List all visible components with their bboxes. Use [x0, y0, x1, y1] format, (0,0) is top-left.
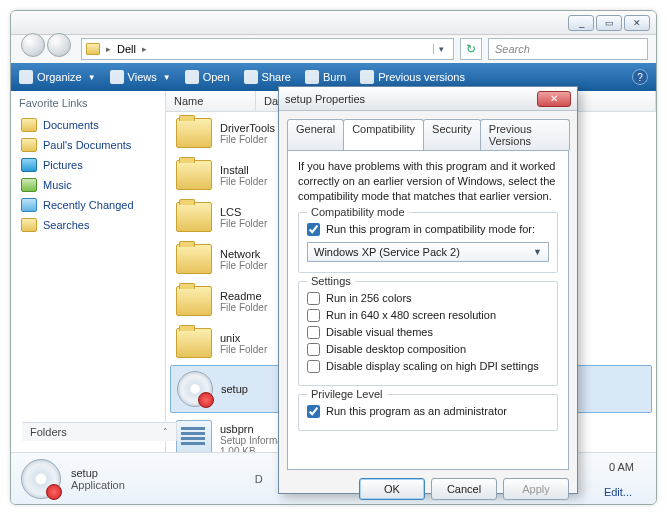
views-menu[interactable]: Views▼: [110, 70, 171, 84]
tab-general[interactable]: General: [287, 119, 344, 150]
details-name: setup: [71, 467, 125, 479]
music-icon: [21, 178, 37, 192]
apply-button[interactable]: Apply: [503, 478, 569, 500]
group-legend: Settings: [307, 275, 355, 287]
checkbox-input[interactable]: [307, 326, 320, 339]
burn-icon: [305, 70, 319, 84]
nav-buttons: [21, 33, 71, 57]
file-text: InstallFile Folder: [220, 164, 267, 187]
folder-icon: [176, 118, 212, 148]
setting-disable-composition[interactable]: Disable desktop composition: [307, 341, 549, 358]
checkbox-input[interactable]: [307, 360, 320, 373]
details-type: Application: [71, 479, 125, 491]
setting-256-colors[interactable]: Run in 256 colors: [307, 290, 549, 307]
column-name[interactable]: Name: [166, 91, 256, 111]
chevron-down-icon: ▼: [533, 247, 542, 257]
chevron-right-icon: ▸: [104, 44, 113, 54]
file-name: Readme: [220, 290, 267, 302]
checkbox-input[interactable]: [307, 343, 320, 356]
close-button[interactable]: ✕: [624, 15, 650, 31]
checkbox-input[interactable]: [307, 309, 320, 322]
organize-menu[interactable]: Organize▼: [19, 70, 96, 84]
run-as-admin-checkbox[interactable]: Run this program as an administrator: [307, 403, 549, 420]
breadcrumb-item[interactable]: Dell: [117, 43, 136, 55]
file-name: unix: [220, 332, 267, 344]
file-text: LCSFile Folder: [220, 206, 267, 229]
details-time: 0 AM: [609, 461, 634, 473]
organize-icon: [19, 70, 33, 84]
file-type: File Folder: [220, 176, 267, 187]
refresh-button[interactable]: ↻: [460, 38, 482, 60]
views-icon: [110, 70, 124, 84]
group-privilege: Privilege Level Run this program as an a…: [298, 394, 558, 431]
pictures-icon: [21, 158, 37, 172]
compat-intro: If you have problems with this program a…: [298, 159, 558, 204]
sidebar-item-searches[interactable]: Searches: [19, 215, 157, 235]
file-text: unixFile Folder: [220, 332, 267, 355]
file-type: File Folder: [220, 218, 267, 229]
tab-panel-compatibility: If you have problems with this program a…: [287, 150, 569, 470]
folder-icon: [21, 138, 37, 152]
tab-compatibility[interactable]: Compatibility: [343, 119, 424, 150]
sidebar-item-recently-changed[interactable]: Recently Changed: [19, 195, 157, 215]
folder-icon: [176, 160, 212, 190]
breadcrumb[interactable]: ▸ Dell ▸ ▾: [81, 38, 454, 60]
share-button[interactable]: Share: [244, 70, 291, 84]
dialog-title: setup Properties: [285, 93, 365, 105]
folder-icon: [176, 286, 212, 316]
sidebar-item-pictures[interactable]: Pictures: [19, 155, 157, 175]
minimize-button[interactable]: ⎯: [568, 15, 594, 31]
setting-640x480[interactable]: Run in 640 x 480 screen resolution: [307, 307, 549, 324]
file-type: File Folder: [220, 260, 267, 271]
maximize-button[interactable]: ▭: [596, 15, 622, 31]
file-text: setup: [221, 383, 248, 395]
sidebar-item-documents[interactable]: Documents: [19, 115, 157, 135]
properties-dialog: setup Properties ✕ General Compatibility…: [278, 86, 578, 494]
file-type: File Folder: [220, 344, 267, 355]
file-type: File Folder: [220, 134, 275, 145]
open-button[interactable]: Open: [185, 70, 230, 84]
group-compat-mode: Compatibility mode Run this program in c…: [298, 212, 558, 273]
group-legend: Compatibility mode: [307, 206, 409, 218]
sidebar-item-music[interactable]: Music: [19, 175, 157, 195]
file-name: Network: [220, 248, 267, 260]
file-text: DriverToolsFile Folder: [220, 122, 275, 145]
dialog-close-button[interactable]: ✕: [537, 91, 571, 107]
forward-button[interactable]: [47, 33, 71, 57]
tab-security[interactable]: Security: [423, 119, 481, 150]
cancel-button[interactable]: Cancel: [431, 478, 497, 500]
ok-button[interactable]: OK: [359, 478, 425, 500]
folders-pane-header[interactable]: Folders˄: [22, 422, 177, 441]
sidebar: Favorite Links Documents Paul's Document…: [11, 91, 166, 452]
share-icon: [244, 70, 258, 84]
tab-strip: General Compatibility Security Previous …: [279, 111, 577, 150]
group-legend: Privilege Level: [307, 388, 387, 400]
inf-file-icon: [176, 420, 212, 452]
titlebar: ⎯ ▭ ✕: [11, 11, 656, 35]
previous-versions-button[interactable]: Previous versions: [360, 70, 465, 84]
breadcrumb-dropdown[interactable]: ▾: [433, 44, 449, 54]
compat-mode-select[interactable]: Windows XP (Service Pack 2)▼: [307, 242, 549, 262]
checkbox-input[interactable]: [307, 405, 320, 418]
file-name: DriverTools: [220, 122, 275, 134]
checkbox-input[interactable]: [307, 223, 320, 236]
tab-previous-versions[interactable]: Previous Versions: [480, 119, 570, 150]
checkbox-input[interactable]: [307, 292, 320, 305]
search-input[interactable]: Search: [488, 38, 648, 60]
help-button[interactable]: ?: [632, 69, 648, 85]
open-icon: [185, 70, 199, 84]
sidebar-item-pauls-documents[interactable]: Paul's Documents: [19, 135, 157, 155]
back-button[interactable]: [21, 33, 45, 57]
recent-icon: [21, 198, 37, 212]
setup-icon: [177, 371, 213, 407]
history-icon: [360, 70, 374, 84]
folder-icon: [86, 43, 100, 55]
file-type: File Folder: [220, 302, 267, 313]
chevron-right-icon: ▸: [140, 44, 149, 54]
setting-disable-themes[interactable]: Disable visual themes: [307, 324, 549, 341]
compat-mode-checkbox[interactable]: Run this program in compatibility mode f…: [307, 221, 549, 238]
edit-link[interactable]: Edit...: [604, 486, 632, 498]
setting-disable-dpi-scaling[interactable]: Disable display scaling on high DPI sett…: [307, 358, 549, 375]
burn-button[interactable]: Burn: [305, 70, 346, 84]
search-folder-icon: [21, 218, 37, 232]
